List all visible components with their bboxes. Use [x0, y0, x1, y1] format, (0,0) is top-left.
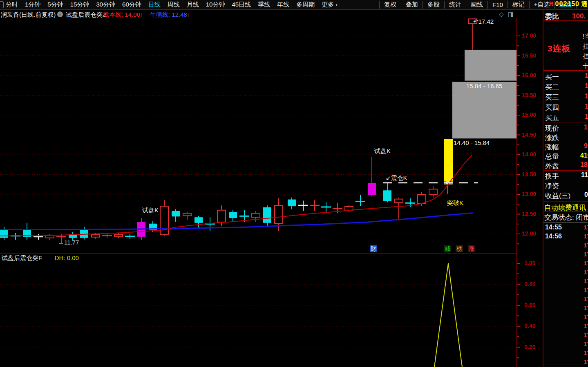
tick-tail-8: 17 — [584, 314, 588, 320]
stock-name-partial: 通 — [581, 0, 587, 7]
bid-value-0: 1 — [585, 72, 588, 80]
divider — [543, 122, 588, 122]
chart-annotation-7: 14.40 - 15.84 — [454, 139, 490, 146]
stock-code: 002150 — [555, 0, 579, 7]
toolbar-button-1[interactable]: 叠加 — [401, 1, 423, 9]
info-value-3: 416 — [580, 152, 588, 159]
menu-item-11[interactable]: 季线 — [258, 1, 270, 9]
tick-tail-7: 17 — [584, 305, 588, 311]
menu-item-0[interactable]: 分时 — [6, 1, 18, 9]
divider — [543, 20, 588, 21]
menu-item-2[interactable]: 5分钟 — [47, 1, 63, 9]
candle — [183, 212, 191, 220]
stat-label-2: 收益(三) — [545, 191, 570, 200]
chart-annotation-6: 15.84 - 16.65 — [466, 82, 502, 89]
badge-财[interactable]: 财 — [370, 245, 377, 252]
candle — [252, 211, 260, 222]
auto-renew-notice[interactable]: 自动续费通讯 — [544, 203, 586, 212]
divider — [543, 201, 588, 202]
tick-time-1: 14:56 — [545, 233, 562, 240]
info-value-4: 183 — [580, 161, 588, 169]
indicator-dh-value: DH: 0.00 — [55, 254, 79, 261]
menu-item-12[interactable]: 年线 — [277, 1, 289, 9]
candle — [195, 216, 203, 227]
price-axis-label: 12.50 — [522, 211, 536, 217]
bull-bear-line-value: 牛熊线: 12.48↑ — [150, 11, 190, 19]
stat-label-1: 净资 — [545, 181, 559, 191]
main-indicator-name[interactable]: 试盘后震仓突Z — [66, 11, 106, 19]
menu-item-13[interactable]: 多周期 — [296, 1, 315, 9]
badge-减[interactable]: 减 — [444, 245, 451, 252]
toolbar-button-3[interactable]: 统计 — [445, 1, 466, 9]
menu-item-4[interactable]: 30分钟 — [96, 1, 115, 9]
diamond-icon[interactable]: ◇ — [499, 11, 504, 18]
tick-tail-2: 17 — [584, 260, 588, 267]
indicator-name[interactable]: 试盘后震仓突F — [2, 254, 42, 261]
bull-bear-number: 12.48 — [172, 11, 187, 18]
toolbar-button-6[interactable]: 标记 — [508, 1, 530, 9]
panel-divider — [0, 253, 517, 254]
indicator-axis-label: 0.60 — [524, 302, 535, 308]
divider — [543, 70, 588, 71]
candle — [383, 183, 391, 202]
stat-label-0: 换手 — [545, 171, 559, 181]
menu-item-10[interactable]: 45日线 — [232, 1, 251, 9]
toolbar-button-5[interactable]: F10 — [488, 1, 508, 8]
badge-榜[interactable]: 榜 — [456, 245, 463, 252]
trade-status: 交易状态: 闭市 — [544, 213, 588, 222]
bid-value-2: 1 — [585, 93, 588, 100]
r-marker: R — [549, 0, 553, 7]
toolbar-button-2[interactable]: 多股 — [423, 1, 445, 9]
badge-涨[interactable]: 涨 — [468, 245, 475, 252]
price-axis-label: 13.50 — [522, 171, 536, 178]
weibi-value: 100. — [572, 12, 586, 20]
price-axis-label: 14.50 — [522, 131, 536, 138]
menu-item-7[interactable]: 周线 — [168, 1, 180, 9]
info-label-2: 涨幅 — [545, 142, 559, 152]
price-axis-label: 17.00 — [522, 32, 536, 39]
menu-item-6[interactable]: 日线 — [148, 1, 161, 9]
candle — [11, 233, 20, 240]
cost-line — [0, 155, 472, 236]
period-menu: 分时1分钟5分钟15分钟30分钟60分钟日线周线月线10分钟45日线季线年线多周… — [6, 0, 338, 9]
candle — [0, 227, 8, 240]
dotted-divider — [543, 232, 588, 232]
stat-value-0: 11. — [581, 171, 588, 179]
menu-item-1[interactable]: 1分钟 — [25, 1, 40, 9]
menu-item-8[interactable]: 月线 — [187, 1, 199, 9]
candle — [395, 198, 403, 220]
quote-panel: 委比 100. 3连板 !当挂挂十 买一1买二1买三1买四1买五1 现价1涨跌涨… — [543, 0, 588, 367]
candle — [114, 233, 123, 238]
info-value-0: 1 — [584, 124, 588, 131]
indicator-axis-label: 1.00 — [524, 260, 535, 266]
menu-item-3[interactable]: 15分钟 — [70, 1, 89, 9]
cost-line-value: 成本线: 14.00↑ — [103, 11, 143, 19]
tick-tail-9: 17 — [584, 323, 588, 329]
candle — [355, 195, 365, 206]
toolbar-button-4[interactable]: 画线 — [466, 1, 488, 9]
price-axis-label: 16.50 — [522, 52, 536, 59]
bid-label-3: 买四 — [545, 103, 559, 112]
tick-tail-12: 17 — [584, 349, 588, 356]
clipped-char-3: 十 — [583, 62, 588, 71]
info-label-3: 总量 — [545, 152, 559, 161]
candle — [321, 202, 331, 212]
divider — [543, 211, 588, 212]
tick-tail-4: 17 — [584, 278, 588, 285]
bid-value-4: 1 — [585, 113, 588, 120]
menu-item-14[interactable]: 更多 › — [322, 1, 338, 9]
menu-item-9[interactable]: 10分钟 — [206, 1, 225, 9]
candle — [298, 201, 308, 211]
window-corner-fragment — [0, 1, 4, 8]
tick-tail-0: 17 — [584, 242, 588, 249]
menu-item-5[interactable]: 60分钟 — [122, 1, 141, 9]
up-arrow-icon: ↑ — [140, 11, 143, 18]
indicator-axis-label: 0.80 — [524, 280, 535, 287]
chevron-down-icon[interactable]: ⌄ — [57, 11, 63, 17]
weibi-label: 委比 — [545, 12, 559, 21]
split-window-icon[interactable]: ◨ — [508, 11, 514, 18]
stock-code-block[interactable]: R 002150 通 — [549, 0, 588, 9]
info-value-2: 9. — [584, 142, 588, 150]
toolbar-button-0[interactable]: 复权 — [379, 1, 401, 9]
clipped-char-1: 挂 — [583, 42, 588, 51]
